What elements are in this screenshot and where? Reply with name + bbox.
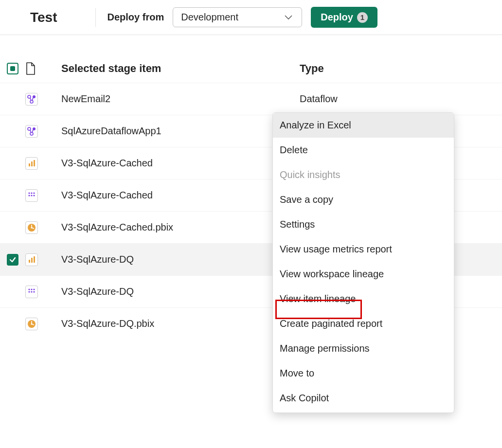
deploy-count-badge: 1 — [357, 12, 368, 23]
svg-point-13 — [31, 195, 32, 196]
svg-point-9 — [28, 192, 30, 194]
dashboard-icon — [25, 221, 38, 234]
row-checkbox[interactable] — [7, 254, 18, 266]
item-name: V3-SqlAzure-Cached.pbix — [60, 222, 300, 233]
svg-rect-19 — [34, 256, 35, 263]
svg-point-24 — [31, 291, 32, 292]
item-name: V3-SqlAzure-Cached — [60, 158, 300, 169]
column-header-type[interactable]: Type — [300, 62, 502, 75]
item-type: Dataflow — [300, 93, 502, 105]
context-menu: Analyze in ExcelDeleteQuick insightsSave… — [272, 112, 454, 340]
dashboard-icon — [25, 318, 38, 330]
item-name: SqlAzureDataflowApp1 — [60, 125, 300, 137]
pipeline-header: Test Deploy from Development Deploy 1 — [0, 0, 502, 35]
menu-item-settings[interactable]: Settings — [273, 212, 454, 237]
menu-item-manage-permissions[interactable]: Manage permissions — [273, 336, 454, 340]
report-icon — [25, 157, 38, 170]
svg-point-12 — [28, 195, 30, 196]
svg-point-10 — [31, 192, 32, 194]
table-header-row: Selected stage item Type — [0, 35, 502, 83]
dataset-icon — [25, 189, 38, 202]
stage-select-value: Development — [181, 12, 238, 23]
dataflow-icon — [25, 93, 38, 106]
svg-point-22 — [33, 288, 35, 290]
select-all-checkbox[interactable] — [7, 63, 18, 74]
item-name: V3-SqlAzure-DQ — [60, 254, 300, 265]
table-row[interactable]: NewEmail2Dataflow — [0, 83, 502, 115]
svg-point-11 — [33, 192, 35, 194]
deploy-button-label: Deploy — [321, 12, 353, 23]
svg-point-2 — [30, 100, 33, 103]
page-title: Test — [30, 10, 57, 25]
stage-select[interactable]: Development — [173, 7, 302, 27]
svg-point-20 — [28, 288, 30, 290]
svg-rect-18 — [31, 258, 33, 263]
menu-item-create-paginated-report[interactable]: Create paginated report — [273, 311, 454, 336]
svg-point-27 — [31, 323, 32, 324]
svg-point-21 — [31, 288, 32, 290]
deploy-button[interactable]: Deploy 1 — [311, 7, 377, 28]
item-name: V3-SqlAzure-DQ.pbix — [60, 318, 300, 329]
svg-point-23 — [28, 291, 30, 292]
menu-item-analyze-in-excel[interactable]: Analyze in Excel — [273, 113, 454, 138]
svg-point-14 — [33, 195, 35, 196]
menu-item-quick-insights: Quick insights — [273, 162, 454, 187]
divider — [95, 8, 96, 27]
svg-point-16 — [31, 227, 32, 228]
menu-item-view-item-lineage[interactable]: View item lineage — [273, 287, 454, 311]
svg-rect-17 — [29, 260, 30, 263]
deploy-from-label: Deploy from — [108, 12, 164, 23]
svg-point-5 — [30, 132, 33, 135]
svg-rect-7 — [31, 161, 33, 166]
menu-item-view-workspace-lineage[interactable]: View workspace lineage — [273, 262, 454, 287]
menu-item-delete[interactable]: Delete — [273, 138, 454, 162]
item-name: V3-SqlAzure-Cached — [60, 190, 300, 201]
item-name: V3-SqlAzure-DQ — [60, 286, 300, 297]
item-name: NewEmail2 — [60, 93, 300, 105]
dataset-icon — [25, 286, 38, 298]
file-icon — [23, 62, 60, 75]
column-header-name[interactable]: Selected stage item — [60, 62, 300, 75]
svg-rect-8 — [34, 160, 35, 166]
svg-point-25 — [33, 291, 35, 292]
menu-item-view-usage-metrics-report[interactable]: View usage metrics report — [273, 237, 454, 262]
svg-rect-6 — [29, 163, 30, 166]
report-icon — [25, 253, 38, 266]
menu-item-save-a-copy[interactable]: Save a copy — [273, 187, 454, 212]
chevron-down-icon — [284, 13, 293, 22]
dataflow-icon — [25, 125, 38, 138]
